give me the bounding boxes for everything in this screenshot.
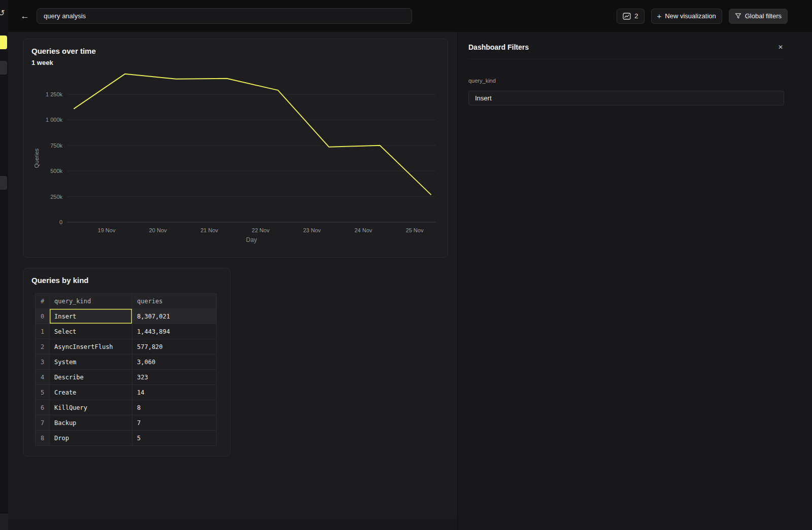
y-tick-label: 750k xyxy=(50,143,62,149)
query-kind-cell[interactable]: Insert xyxy=(50,309,132,324)
x-tick-label: 22 Nov xyxy=(252,227,269,233)
query-kind-cell[interactable]: AsyncInsertFlush xyxy=(50,339,132,355)
app-root: ↺ ← 2 + New visualization xyxy=(0,0,812,530)
dashboard-title-input[interactable] xyxy=(37,8,412,24)
table-row[interactable]: 3System3,060 xyxy=(36,355,217,370)
table-title: Queries by kind xyxy=(31,275,222,285)
back-button[interactable]: ← xyxy=(19,11,30,22)
visualizations-icon xyxy=(623,13,631,20)
left-sidebar: ↺ xyxy=(0,0,8,530)
table-row[interactable]: 0Insert8,307,021 xyxy=(36,309,217,324)
query-kind-cell[interactable]: Create xyxy=(50,385,132,400)
y-axis-title: Queries xyxy=(33,148,40,168)
dashboard-filters-panel: Dashboard Filters ✕ query_kind xyxy=(457,32,812,530)
y-tick-label: 250k xyxy=(50,194,62,200)
table-row[interactable]: 2AsyncInsertFlush577,820 xyxy=(36,339,217,355)
queries-cell[interactable]: 8 xyxy=(132,400,217,415)
y-tick-label: 500k xyxy=(50,168,62,174)
main-column: ← 2 + New visualization Global filters xyxy=(8,0,812,530)
col-header-queries: queries xyxy=(132,294,217,309)
col-header-query-kind: query_kind xyxy=(50,294,132,309)
table-row[interactable]: 7Backup7 xyxy=(36,415,217,431)
chart-subtitle: 1 week xyxy=(31,58,439,67)
x-axis-title: Day xyxy=(246,236,257,243)
y-tick-label: 1 250k xyxy=(46,91,63,97)
row-index[interactable]: 3 xyxy=(36,355,50,370)
queries-by-kind-table: # query_kind queries 0Insert8,307,0211Se… xyxy=(35,293,217,446)
row-index[interactable]: 6 xyxy=(36,400,50,415)
queries-line-series xyxy=(74,74,431,195)
filter-field-label: query_kind xyxy=(468,78,784,84)
sidebar-item-active[interactable] xyxy=(0,36,7,49)
visualization-count-button[interactable]: 2 xyxy=(617,9,644,24)
query-kind-cell[interactable]: Select xyxy=(50,324,132,339)
y-tick-label: 0 xyxy=(59,219,62,225)
queries-cell[interactable]: 577,820 xyxy=(132,339,217,355)
query-kind-cell[interactable]: Backup xyxy=(50,415,132,431)
queries-cell[interactable]: 3,060 xyxy=(132,355,217,370)
x-tick-label: 25 Nov xyxy=(406,227,424,233)
global-filters-button[interactable]: Global filters xyxy=(729,9,788,24)
table-row[interactable]: 5Create14 xyxy=(36,385,217,400)
x-tick-label: 23 Nov xyxy=(303,227,321,233)
table-body: 0Insert8,307,0211Select1,443,8942AsyncIn… xyxy=(36,309,217,446)
queries-over-time-chart: 0250k500k750k1 000k1 250k19 Nov20 Nov21 … xyxy=(31,72,441,246)
new-visualization-button[interactable]: + New visualization xyxy=(651,9,722,24)
row-index[interactable]: 4 xyxy=(36,370,50,385)
content-row: Queries over time 1 week 0250k500k750k1 … xyxy=(8,32,812,530)
queries-cell[interactable]: 7 xyxy=(132,415,217,431)
new-visualization-label: New visualization xyxy=(665,12,716,20)
row-index[interactable]: 1 xyxy=(36,324,50,339)
sidebar-item[interactable] xyxy=(0,176,7,190)
sidebar-item[interactable] xyxy=(0,61,7,75)
global-filters-label: Global filters xyxy=(745,12,782,20)
table-header-row: # query_kind queries xyxy=(36,294,217,309)
queries-cell[interactable]: 14 xyxy=(132,385,217,400)
history-icon[interactable]: ↺ xyxy=(0,8,5,18)
topbar: ← 2 + New visualization Global filters xyxy=(8,0,812,32)
close-panel-button[interactable]: ✕ xyxy=(777,43,784,52)
filters-panel-header: Dashboard Filters ✕ xyxy=(468,43,784,59)
close-icon: ✕ xyxy=(778,44,783,51)
filter-funnel-icon xyxy=(735,13,741,19)
visualization-count: 2 xyxy=(634,12,638,20)
queries-by-kind-card: Queries by kind # query_kind queries 0In… xyxy=(23,268,230,456)
col-header-index: # xyxy=(36,294,50,309)
query-kind-filter-input[interactable] xyxy=(468,91,784,105)
row-index[interactable]: 2 xyxy=(36,339,50,355)
queries-cell[interactable]: 8,307,021 xyxy=(132,309,217,324)
x-tick-label: 21 Nov xyxy=(200,227,218,233)
sidebar-bottom-panel xyxy=(0,514,8,530)
x-tick-label: 24 Nov xyxy=(354,227,372,233)
query-kind-cell[interactable]: System xyxy=(50,355,132,370)
filters-panel-title: Dashboard Filters xyxy=(468,43,529,51)
queries-cell[interactable]: 323 xyxy=(132,370,217,385)
y-tick-label: 1 000k xyxy=(46,117,63,123)
row-index[interactable]: 8 xyxy=(36,431,50,446)
chart-title: Queries over time xyxy=(31,46,439,56)
table-row[interactable]: 8Drop5 xyxy=(36,431,217,446)
table-row[interactable]: 1Select1,443,894 xyxy=(36,324,217,339)
table-row[interactable]: 4Describe323 xyxy=(36,370,217,385)
dashboard-canvas: Queries over time 1 week 0250k500k750k1 … xyxy=(8,32,457,530)
back-arrow-icon: ← xyxy=(21,11,29,21)
table-row[interactable]: 6KillQuery8 xyxy=(36,400,217,415)
x-tick-label: 19 Nov xyxy=(98,227,116,233)
query-kind-cell[interactable]: Describe xyxy=(50,370,132,385)
queries-cell[interactable]: 1,443,894 xyxy=(132,324,217,339)
plus-icon: + xyxy=(657,12,662,20)
queries-cell[interactable]: 5 xyxy=(132,431,217,446)
table-header: # query_kind queries xyxy=(36,294,217,309)
query-kind-cell[interactable]: KillQuery xyxy=(50,400,132,415)
x-tick-label: 20 Nov xyxy=(149,227,167,233)
queries-over-time-card: Queries over time 1 week 0250k500k750k1 … xyxy=(23,39,448,258)
query-kind-cell[interactable]: Drop xyxy=(50,431,132,446)
row-index[interactable]: 0 xyxy=(36,309,50,324)
canvas-bottom-edge xyxy=(8,519,457,530)
row-index[interactable]: 5 xyxy=(36,385,50,400)
row-index[interactable]: 7 xyxy=(36,415,50,431)
